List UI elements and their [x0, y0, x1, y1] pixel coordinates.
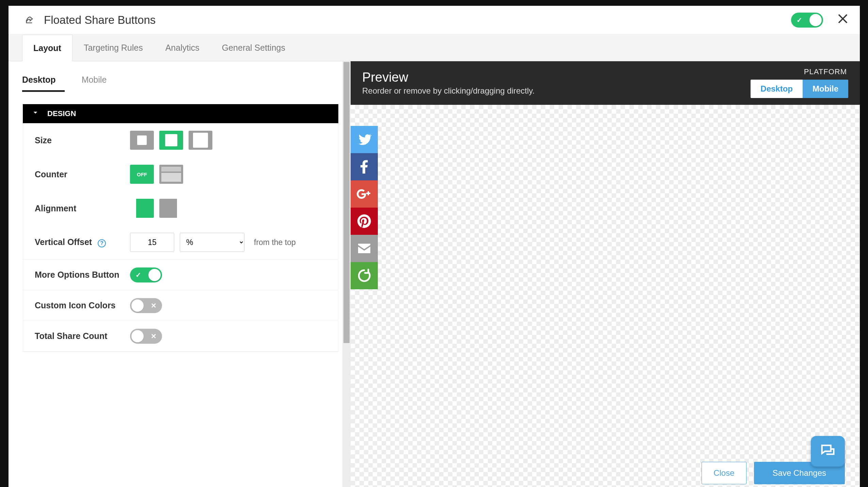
total-share-count-toggle[interactable] — [130, 329, 162, 344]
counter-option-off[interactable]: OFF — [130, 165, 154, 184]
enable-toggle[interactable] — [791, 13, 823, 28]
share-googleplus-button[interactable] — [351, 180, 378, 208]
settings-modal: Floated Share Buttons Layout Targeting R… — [9, 6, 860, 487]
platform-mobile-button[interactable]: Mobile — [803, 80, 848, 98]
preview-panel: Preview Reorder or remove by clicking/dr… — [351, 61, 860, 487]
platform-desktop-button[interactable]: Desktop — [751, 80, 803, 98]
share-more-button[interactable] — [351, 262, 378, 289]
tab-general-settings[interactable]: General Settings — [211, 34, 296, 61]
more-options-label: More Options Button — [35, 270, 130, 280]
tab-layout[interactable]: Layout — [22, 35, 73, 61]
vertical-offset-label: Vertical Offset ? — [35, 237, 130, 247]
alignment-label: Alignment — [35, 204, 130, 213]
chat-fab[interactable] — [811, 436, 845, 467]
pinterest-icon — [356, 213, 372, 229]
counter-option-on[interactable] — [159, 165, 183, 184]
total-share-count-label: Total Share Count — [35, 331, 130, 341]
custom-colors-label: Custom Icon Colors — [35, 301, 130, 310]
google-plus-icon — [356, 186, 372, 202]
share-facebook-button[interactable] — [351, 153, 378, 180]
alignment-option-left[interactable] — [130, 199, 154, 218]
vertical-offset-unit-select[interactable]: % — [180, 233, 244, 252]
platform-label: PLATFORM — [751, 67, 848, 76]
device-subtabs: Desktop Mobile — [9, 61, 351, 92]
preview-canvas — [351, 105, 860, 487]
close-button[interactable]: Close — [702, 462, 746, 484]
subtab-mobile[interactable]: Mobile — [82, 71, 116, 92]
tab-targeting-rules[interactable]: Targeting Rules — [73, 34, 154, 61]
vertical-offset-suffix: from the top — [254, 238, 296, 247]
preview-subtitle: Reorder or remove by clicking/dragging d… — [362, 86, 751, 96]
settings-panel: Desktop Mobile DESIGN Size — [9, 61, 351, 487]
share-pinterest-button[interactable] — [351, 208, 378, 235]
facebook-icon — [356, 159, 372, 175]
custom-colors-toggle[interactable] — [130, 298, 162, 313]
email-icon — [356, 240, 372, 257]
share-email-button[interactable] — [351, 235, 378, 262]
preview-title: Preview — [362, 70, 751, 85]
settings-scrollbar[interactable] — [342, 61, 351, 487]
help-icon[interactable]: ? — [98, 239, 106, 247]
modal-titlebar: Floated Share Buttons — [9, 6, 860, 34]
more-icon — [356, 267, 372, 284]
size-option-large[interactable] — [189, 131, 212, 150]
share-button-column — [351, 126, 378, 289]
subtab-desktop[interactable]: Desktop — [22, 71, 65, 92]
share-twitter-button[interactable] — [351, 126, 378, 153]
share-icon — [25, 15, 34, 25]
tab-analytics[interactable]: Analytics — [154, 34, 211, 61]
twitter-icon — [356, 131, 372, 148]
design-accordion-header[interactable]: DESIGN — [23, 104, 338, 123]
chat-icon — [819, 442, 837, 460]
more-options-toggle[interactable] — [130, 267, 162, 282]
design-section-title: DESIGN — [47, 109, 76, 118]
alignment-option-right[interactable] — [159, 199, 183, 218]
size-option-medium[interactable] — [159, 131, 183, 150]
counter-label: Counter — [35, 169, 130, 179]
chevron-down-icon — [32, 109, 39, 118]
main-tabs: Layout Targeting Rules Analytics General… — [9, 34, 860, 61]
vertical-offset-input[interactable] — [130, 233, 174, 252]
close-icon[interactable] — [837, 13, 849, 27]
size-option-small[interactable] — [130, 131, 154, 150]
modal-title: Floated Share Buttons — [44, 14, 791, 27]
size-label: Size — [35, 135, 130, 145]
